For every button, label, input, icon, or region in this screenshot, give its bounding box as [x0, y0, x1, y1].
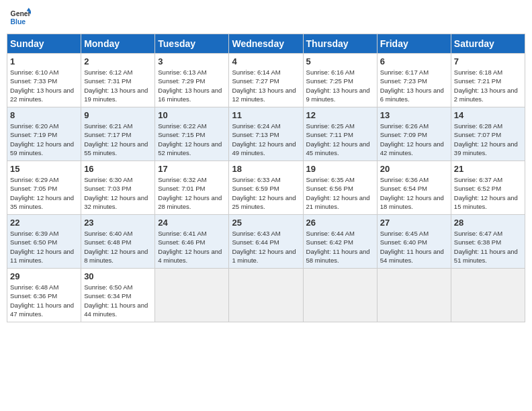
day-info: Sunrise: 6:45 AM Sunset: 6:40 PM Dayligh… [380, 229, 448, 265]
daylight-label: Daylight: 11 hours and 47 minutes. [10, 302, 74, 318]
sunrise-label: Sunrise: 6:25 AM [306, 122, 355, 130]
day-number: 6 [380, 56, 448, 66]
day-info: Sunrise: 6:24 AM Sunset: 7:13 PM Dayligh… [232, 122, 300, 157]
calendar-table: SundayMondayTuesdayWednesdayThursdayFrid… [7, 34, 525, 322]
header-sunday: Sunday [7, 34, 81, 54]
day-number: 22 [10, 218, 78, 228]
daylight-label: Daylight: 11 hours and 54 minutes. [380, 248, 444, 264]
logo-icon: General Blue [9, 7, 31, 28]
day-number: 1 [10, 56, 78, 66]
sunset-label: Sunset: 7:21 PM [454, 77, 501, 85]
day-info: Sunrise: 6:41 AM Sunset: 6:46 PM Dayligh… [158, 229, 226, 265]
sunset-label: Sunset: 7:05 PM [10, 185, 57, 192]
sunset-label: Sunset: 6:38 PM [454, 238, 501, 246]
calendar-cell: 2 Sunrise: 6:12 AM Sunset: 7:31 PM Dayli… [81, 54, 155, 107]
day-number: 19 [306, 164, 374, 174]
day-number: 24 [158, 218, 226, 228]
sunrise-label: Sunrise: 6:13 AM [158, 68, 206, 76]
sunset-label: Sunset: 7:01 PM [158, 185, 205, 192]
day-number: 26 [306, 218, 374, 228]
logo: General Blue [9, 7, 31, 28]
sunrise-label: Sunrise: 6:37 AM [454, 176, 502, 183]
page-header: General Blue [7, 7, 525, 28]
day-number: 21 [454, 164, 522, 174]
day-info: Sunrise: 6:12 AM Sunset: 7:31 PM Dayligh… [84, 68, 152, 103]
daylight-label: Daylight: 12 hours and 59 minutes. [10, 140, 74, 156]
day-number: 18 [232, 164, 300, 174]
sunrise-label: Sunrise: 6:29 AM [10, 176, 58, 183]
daylight-label: Daylight: 12 hours and 11 minutes. [10, 248, 74, 264]
calendar-cell: 27 Sunrise: 6:45 AM Sunset: 6:40 PM Dayl… [377, 215, 451, 269]
sunrise-label: Sunrise: 6:20 AM [10, 122, 58, 130]
sunrise-label: Sunrise: 6:14 AM [232, 68, 280, 76]
calendar-cell: 20 Sunrise: 6:36 AM Sunset: 6:54 PM Dayl… [377, 161, 451, 215]
day-info: Sunrise: 6:40 AM Sunset: 6:48 PM Dayligh… [84, 229, 152, 265]
daylight-label: Daylight: 12 hours and 15 minutes. [454, 194, 518, 210]
sunrise-label: Sunrise: 6:45 AM [380, 230, 429, 237]
day-number: 9 [84, 110, 152, 120]
calendar-cell: 13 Sunrise: 6:26 AM Sunset: 7:09 PM Dayl… [377, 107, 451, 161]
daylight-label: Daylight: 13 hours and 16 minutes. [158, 87, 222, 103]
daylight-label: Daylight: 12 hours and 49 minutes. [232, 140, 296, 156]
day-number: 27 [380, 218, 448, 228]
calendar-cell: 12 Sunrise: 6:25 AM Sunset: 7:11 PM Dayl… [303, 107, 377, 161]
daylight-label: Daylight: 13 hours and 9 minutes. [306, 87, 370, 103]
daylight-label: Daylight: 11 hours and 51 minutes. [454, 248, 518, 264]
day-number: 13 [380, 110, 448, 120]
daylight-label: Daylight: 13 hours and 6 minutes. [380, 87, 444, 103]
sunset-label: Sunset: 6:54 PM [380, 185, 427, 192]
daylight-label: Daylight: 13 hours and 12 minutes. [232, 87, 296, 103]
day-info: Sunrise: 6:25 AM Sunset: 7:11 PM Dayligh… [306, 122, 374, 157]
calendar-cell: 21 Sunrise: 6:37 AM Sunset: 6:52 PM Dayl… [451, 161, 525, 215]
sunrise-label: Sunrise: 6:33 AM [232, 176, 280, 183]
svg-text:Blue: Blue [11, 18, 26, 26]
sunset-label: Sunset: 7:33 PM [10, 77, 57, 85]
calendar-week-row: 15 Sunrise: 6:29 AM Sunset: 7:05 PM Dayl… [7, 161, 525, 215]
sunrise-label: Sunrise: 6:43 AM [232, 230, 280, 237]
sunset-label: Sunset: 6:42 PM [306, 238, 353, 246]
daylight-label: Daylight: 13 hours and 19 minutes. [84, 87, 148, 103]
sunset-label: Sunset: 7:19 PM [10, 131, 57, 138]
day-info: Sunrise: 6:37 AM Sunset: 6:52 PM Dayligh… [454, 175, 522, 211]
day-number: 28 [454, 218, 522, 228]
sunset-label: Sunset: 7:29 PM [158, 77, 205, 85]
sunrise-label: Sunrise: 6:10 AM [10, 68, 58, 76]
calendar-cell: 10 Sunrise: 6:22 AM Sunset: 7:15 PM Dayl… [155, 107, 229, 161]
sunset-label: Sunset: 6:34 PM [84, 292, 131, 300]
sunset-label: Sunset: 7:11 PM [306, 131, 353, 138]
sunrise-label: Sunrise: 6:41 AM [158, 230, 206, 237]
sunrise-label: Sunrise: 6:32 AM [158, 176, 206, 183]
day-info: Sunrise: 6:36 AM Sunset: 6:54 PM Dayligh… [380, 175, 448, 211]
day-info: Sunrise: 6:29 AM Sunset: 7:05 PM Dayligh… [10, 175, 78, 211]
calendar-cell: 7 Sunrise: 6:18 AM Sunset: 7:21 PM Dayli… [451, 54, 525, 107]
sunset-label: Sunset: 6:40 PM [380, 238, 427, 246]
daylight-label: Daylight: 12 hours and 39 minutes. [454, 140, 518, 156]
svg-text:General: General [11, 10, 31, 17]
svg-marker-2 [27, 8, 31, 11]
calendar-cell: 11 Sunrise: 6:24 AM Sunset: 7:13 PM Dayl… [229, 107, 303, 161]
sunset-label: Sunset: 7:13 PM [232, 131, 279, 138]
day-number: 25 [232, 218, 300, 228]
day-info: Sunrise: 6:22 AM Sunset: 7:15 PM Dayligh… [158, 122, 226, 157]
sunset-label: Sunset: 6:48 PM [84, 238, 131, 246]
header-thursday: Thursday [303, 34, 377, 54]
day-number: 23 [84, 218, 152, 228]
day-number: 14 [454, 110, 522, 120]
calendar-cell: 3 Sunrise: 6:13 AM Sunset: 7:29 PM Dayli… [155, 54, 229, 107]
day-info: Sunrise: 6:32 AM Sunset: 7:01 PM Dayligh… [158, 175, 226, 211]
sunrise-label: Sunrise: 6:24 AM [232, 122, 280, 130]
sunset-label: Sunset: 6:50 PM [10, 238, 57, 246]
day-number: 12 [306, 110, 374, 120]
day-number: 11 [232, 110, 300, 120]
calendar-week-row: 22 Sunrise: 6:39 AM Sunset: 6:50 PM Dayl… [7, 215, 525, 269]
daylight-label: Daylight: 12 hours and 45 minutes. [306, 140, 370, 156]
daylight-label: Daylight: 12 hours and 32 minutes. [84, 194, 148, 210]
calendar-cell: 30 Sunrise: 6:50 AM Sunset: 6:34 PM Dayl… [81, 269, 155, 322]
day-number: 15 [10, 164, 78, 174]
sunset-label: Sunset: 6:52 PM [454, 185, 501, 192]
day-number: 3 [158, 56, 226, 66]
day-number: 10 [158, 110, 226, 120]
calendar-cell: 1 Sunrise: 6:10 AM Sunset: 7:33 PM Dayli… [7, 54, 81, 107]
day-number: 16 [84, 164, 152, 174]
day-info: Sunrise: 6:16 AM Sunset: 7:25 PM Dayligh… [306, 68, 374, 103]
